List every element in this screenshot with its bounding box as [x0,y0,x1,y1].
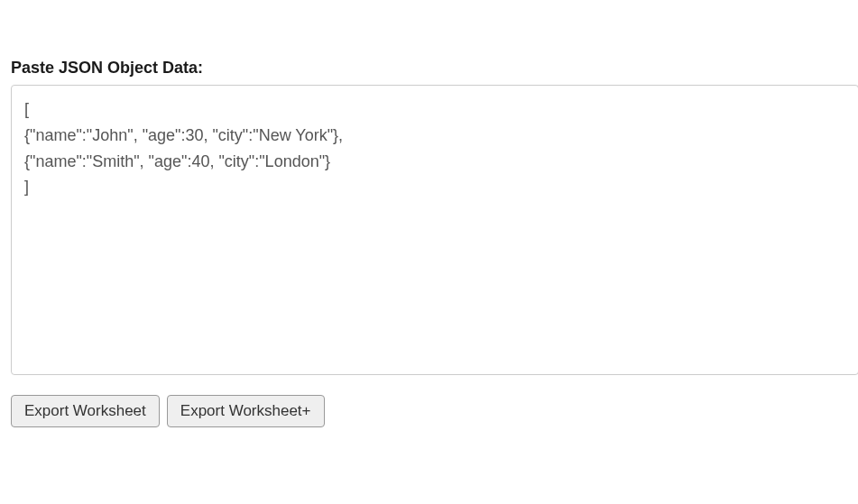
json-input-textarea[interactable] [11,85,858,375]
json-input-label: Paste JSON Object Data: [11,59,858,78]
button-row: Export Worksheet Export Worksheet+ [11,395,858,427]
main-container: Paste JSON Object Data: Export Worksheet… [0,0,858,427]
export-worksheet-plus-button[interactable]: Export Worksheet+ [167,395,325,427]
export-worksheet-button[interactable]: Export Worksheet [11,395,160,427]
